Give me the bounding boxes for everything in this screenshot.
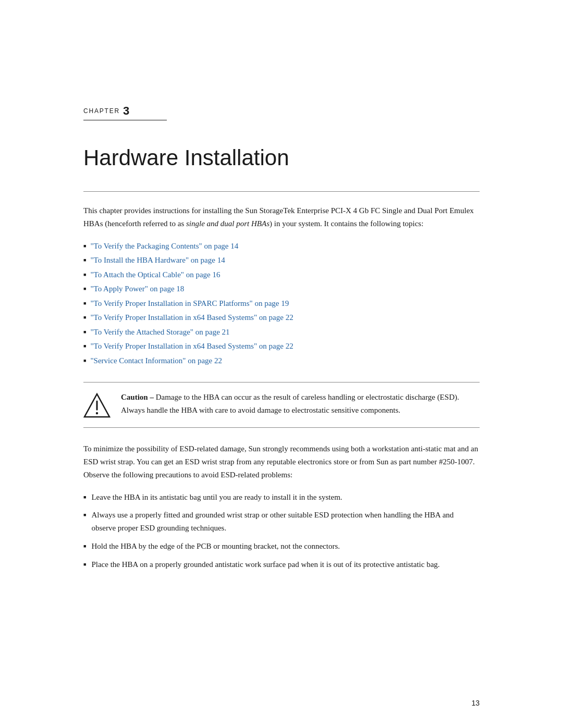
content-area: CHAPTER 3 Hardware Installation This cha…	[83, 0, 480, 614]
bullet-text-4: Place the HBA on a properly grounded ant…	[91, 558, 439, 571]
toc-link-4[interactable]: "To Apply Power" on page 18	[90, 282, 184, 296]
page-number: 13	[471, 699, 480, 707]
caution-body: Damage to the HBA can occur as the resul…	[121, 393, 459, 414]
intro-paragraph: This chapter provides instructions for i…	[83, 204, 480, 230]
toc-link-3[interactable]: "To Attach the Optical Cable" on page 16	[90, 268, 220, 282]
chapter-label: CHAPTER 3	[83, 104, 480, 118]
list-item: Leave the HBA in its antistatic bag unti…	[83, 491, 480, 504]
toc-link-2[interactable]: "To Install the HBA Hardware" on page 14	[90, 254, 225, 267]
bullet-text-1: Leave the HBA in its antistatic bag unti…	[91, 491, 342, 504]
caution-box: Caution – Damage to the HBA can occur as…	[83, 382, 480, 428]
toc-link-8[interactable]: "To Verify Proper Installation in x64 Ba…	[90, 340, 293, 353]
body-paragraph: To minimize the possibility of ESD-relat…	[83, 442, 480, 481]
list-item: "To Verify the Packaging Contents" on pa…	[83, 240, 480, 253]
toc-link-5[interactable]: "To Verify Proper Installation in SPARC …	[90, 297, 289, 311]
bullet-text-2: Always use a properly fitted and grounde…	[91, 509, 480, 535]
bullet-text-3: Hold the HBA by the edge of the PCB or m…	[91, 540, 340, 553]
caution-icon	[83, 392, 111, 419]
list-item: "To Verify Proper Installation in x64 Ba…	[83, 311, 480, 325]
toc-list: "To Verify the Packaging Contents" on pa…	[83, 240, 480, 368]
list-item: "Service Contact Information" on page 22	[83, 354, 480, 368]
list-item: "To Apply Power" on page 18	[83, 282, 480, 296]
toc-link-1[interactable]: "To Verify the Packaging Contents" on pa…	[90, 240, 238, 253]
list-item: "To Verify Proper Installation in SPARC …	[83, 297, 480, 311]
list-item: "To Install the HBA Hardware" on page 14	[83, 254, 480, 267]
toc-link-9[interactable]: "Service Contact Information" on page 22	[90, 354, 222, 368]
list-item: "To Verify the Attached Storage" on page…	[83, 326, 480, 339]
chapter-rule	[83, 120, 167, 120]
section-rule-top	[83, 191, 480, 192]
svg-point-2	[96, 412, 98, 414]
chapter-title: Hardware Installation	[83, 145, 480, 170]
page: CHAPTER 3 Hardware Installation This cha…	[0, 0, 563, 728]
list-item: Place the HBA on a properly grounded ant…	[83, 558, 480, 571]
list-item: "To Attach the Optical Cable" on page 16	[83, 268, 480, 282]
bullet-list: Leave the HBA in its antistatic bag unti…	[83, 491, 480, 571]
list-item: "To Verify Proper Installation in x64 Ba…	[83, 340, 480, 353]
toc-link-6[interactable]: "To Verify Proper Installation in x64 Ba…	[90, 311, 293, 325]
list-item: Hold the HBA by the edge of the PCB or m…	[83, 540, 480, 553]
chapter-word: CHAPTER	[83, 107, 120, 115]
chapter-number: 3	[123, 104, 130, 118]
warning-triangle-icon	[83, 392, 111, 419]
caution-label: Caution –	[121, 393, 154, 401]
toc-link-7[interactable]: "To Verify the Attached Storage" on page…	[90, 326, 229, 339]
list-item: Always use a properly fitted and grounde…	[83, 509, 480, 535]
caution-text: Caution – Damage to the HBA can occur as…	[121, 391, 480, 417]
